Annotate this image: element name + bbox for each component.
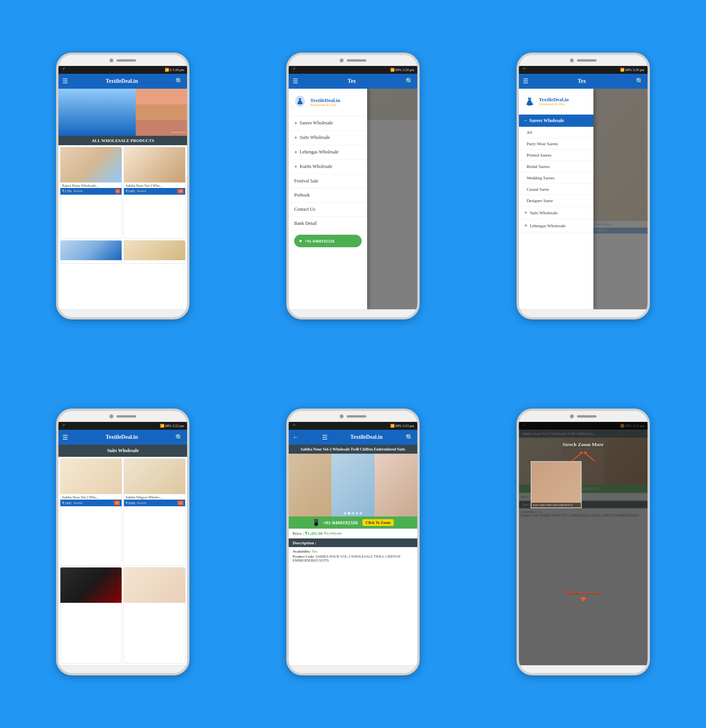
phone2-status-bar: 📱 📶 68% 3:20 pm bbox=[289, 66, 417, 74]
product-title: Sahiba Nour Vol-2 Wholesale Twill Chiffo… bbox=[300, 447, 405, 451]
submenu-item-lehengas[interactable]: + Lehengas Wholesale bbox=[519, 219, 593, 232]
search-icon-5[interactable]: 🔍 bbox=[406, 434, 413, 441]
suit-image-1 bbox=[60, 459, 122, 494]
submenu-item-designer[interactable]: Designer Saree bbox=[519, 195, 593, 206]
phone5: 📱 📶 68% 3:23 pm ← ☰ TextileDeal.in 🔍 Sah… bbox=[286, 409, 420, 675]
battery-text-5: 68% bbox=[395, 424, 402, 428]
price-1: ₹1700 ₹1999 bbox=[62, 189, 82, 193]
submenu-item-printed[interactable]: Printed Sarees bbox=[519, 150, 593, 161]
menu-item-bank[interactable]: Bank Detail bbox=[289, 217, 367, 231]
submenu-item-suits[interactable]: + Suits Wholesale bbox=[519, 206, 593, 219]
app-title-4: TextileDeal.in bbox=[106, 434, 138, 440]
phone3-camera bbox=[570, 58, 574, 62]
suit-card-3[interactable] bbox=[60, 567, 122, 664]
menu-expand-sarees: + bbox=[294, 120, 297, 126]
phone3-app-header: ☰ Tex 🔍 bbox=[519, 74, 648, 89]
menu-icon-2[interactable]: ☰ bbox=[293, 77, 298, 85]
phone4-camera bbox=[109, 414, 113, 418]
back-button[interactable]: ← bbox=[293, 434, 299, 441]
submenu-item-party[interactable]: Party Wear Sarees bbox=[519, 138, 593, 150]
logo-icon-area: 👗 bbox=[293, 93, 307, 111]
phone3-bottom-bar bbox=[519, 309, 648, 317]
time-display-4: 3:22 pm bbox=[173, 424, 184, 428]
submenu-header[interactable]: − Sarees Wholesale bbox=[519, 115, 593, 127]
product-image-1 bbox=[60, 147, 122, 182]
phone1-screen: 📱 📶 6 3:20 pm ☰ TextileDeal.in 🔍 bbox=[58, 66, 187, 309]
menu-item-sarees[interactable]: + Sarees Wholesale bbox=[289, 116, 367, 131]
submenu-header-label: Sarees Wholesale bbox=[530, 118, 564, 124]
price-label: Price : bbox=[293, 531, 304, 536]
phone5-wrapper: 📱 📶 68% 3:23 pm ← ☰ TextileDeal.in 🔍 Sah… bbox=[242, 368, 464, 717]
menu-dim-overlay[interactable] bbox=[367, 89, 417, 309]
submenu-dim-overlay[interactable] bbox=[593, 89, 648, 309]
menu-item-kurtis[interactable]: + Kurtis Wholesale bbox=[289, 160, 367, 174]
suit-old-price-2: ₹1999 bbox=[137, 501, 146, 505]
phone5-camera bbox=[340, 414, 344, 418]
menu-label-contact: Contact Us bbox=[294, 206, 315, 212]
phone4-status-bar: 📱 📶 68% 3:22 pm bbox=[58, 422, 187, 430]
menu-icon-3[interactable]: ☰ bbox=[523, 77, 528, 85]
suit-image-2 bbox=[124, 459, 185, 494]
menu-item-lehengas[interactable]: + Lehengas Wholesale bbox=[289, 145, 367, 160]
product-price-bar-2: ₹1495 ₹1999 10 bbox=[124, 188, 185, 195]
suit-price-2: ₹1699 ₹1999 12 bbox=[124, 500, 185, 506]
wifi-icon-3: 📶 bbox=[620, 68, 624, 72]
search-icon[interactable]: 🔍 bbox=[175, 77, 183, 85]
submenu-item-casual[interactable]: Casual Saree bbox=[519, 184, 593, 195]
phone3-status-bar: 📱 📶 68% 3:20 pm bbox=[519, 66, 648, 74]
slider-image-1 bbox=[289, 454, 331, 516]
banner-sides bbox=[136, 89, 187, 136]
submenu-label-lehengas: Lehengas Wholesale bbox=[530, 223, 566, 228]
search-icon-4[interactable]: 🔍 bbox=[175, 434, 183, 441]
suit-card-4[interactable] bbox=[124, 567, 186, 664]
menu-phone-number[interactable]: ● +91-8460192326 bbox=[294, 235, 362, 247]
product-card-3[interactable] bbox=[60, 240, 122, 264]
zoom-image-box[interactable]: SUIT ARE ODD AND ABSTRACT bbox=[531, 461, 582, 508]
product-card-1[interactable]: Rajtex Klaur Wholesale... ₹1700 ₹1999 6 bbox=[60, 147, 122, 239]
menu-item-prebook[interactable]: Prebook bbox=[289, 188, 367, 203]
phone5-top-bar bbox=[289, 411, 417, 422]
zoom-button[interactable]: Click To Zoom bbox=[362, 519, 393, 526]
wifi-icon-5: 📶 bbox=[390, 424, 395, 428]
banner-watermark: textiledeal.in bbox=[171, 131, 185, 134]
menu-item-suits[interactable]: + Suits Wholesale bbox=[289, 131, 367, 145]
search-icon-3[interactable]: 🔍 bbox=[636, 77, 644, 85]
submenu-item-bridal[interactable]: Bridal Sarees bbox=[519, 161, 593, 172]
phone5-app-header: ← ☰ TextileDeal.in 🔍 bbox=[289, 430, 417, 445]
menu-item-festival[interactable]: Festival Sale bbox=[289, 174, 367, 188]
search-icon-2[interactable]: 🔍 bbox=[406, 77, 413, 85]
svg-text:👗: 👗 bbox=[296, 97, 304, 105]
menu-icon[interactable]: ☰ bbox=[62, 77, 68, 85]
wifi-icon-4: 📶 bbox=[160, 424, 164, 428]
wifi-icon: 📶 bbox=[165, 68, 169, 72]
page-title-4: Suits Wholesale bbox=[107, 448, 139, 453]
suit-card-1[interactable]: Sahiba Nour Vol-2 Who... ₹1495 ₹1999 10 bbox=[60, 458, 122, 566]
menu-icon-5[interactable]: ☰ bbox=[322, 434, 328, 441]
product-card-4[interactable] bbox=[124, 240, 186, 264]
submenu-label-printed: Printed Sarees bbox=[527, 153, 551, 157]
call-bar[interactable]: 📱 +91-8460192326 Click To Zoom bbox=[289, 516, 417, 529]
phone3-wrapper: 📱 📶 68% 3:20 pm ☰ Tex 🔍 Rajtex Klau... ₹… bbox=[472, 12, 694, 360]
suit-name-3 bbox=[60, 603, 122, 604]
menu-icon-4[interactable]: ☰ bbox=[62, 434, 68, 441]
suit-price-text-1: ₹1495 ₹1999 bbox=[62, 501, 82, 505]
submenu-item-all[interactable]: All bbox=[519, 127, 593, 138]
expand-suits-icon: + bbox=[524, 210, 528, 216]
product-image-2 bbox=[124, 147, 185, 182]
battery-text-2: 68% bbox=[395, 68, 402, 72]
product-card-2[interactable]: Sahiba Nour Vol-2 Who... ₹1495 ₹1999 10 bbox=[124, 147, 186, 239]
submenu-logo-img: 👗 bbox=[525, 97, 535, 106]
submenu-item-wedding[interactable]: Wedding Sarees bbox=[519, 172, 593, 184]
product-price-detail: Price : ₹1,495.00 ₹1,999.00 bbox=[289, 529, 417, 538]
product-image-4 bbox=[124, 241, 185, 260]
suit-card-2[interactable]: Sahiba Vibgyor Wholes... ₹1699 ₹1999 12 bbox=[124, 458, 186, 566]
suit-image-4 bbox=[124, 567, 185, 603]
menu-expand-kurtis: + bbox=[294, 164, 297, 170]
dot-1 bbox=[344, 512, 346, 515]
submenu-logo-icon: 👗 bbox=[523, 93, 537, 110]
submenu-label-casual: Casual Saree bbox=[527, 187, 549, 192]
product-images-slider[interactable] bbox=[289, 454, 417, 516]
menu-item-contact[interactable]: Contact Us bbox=[289, 203, 367, 217]
time-display: 3:20 pm bbox=[173, 68, 184, 72]
sim-icon-5: 📱 bbox=[292, 424, 297, 428]
